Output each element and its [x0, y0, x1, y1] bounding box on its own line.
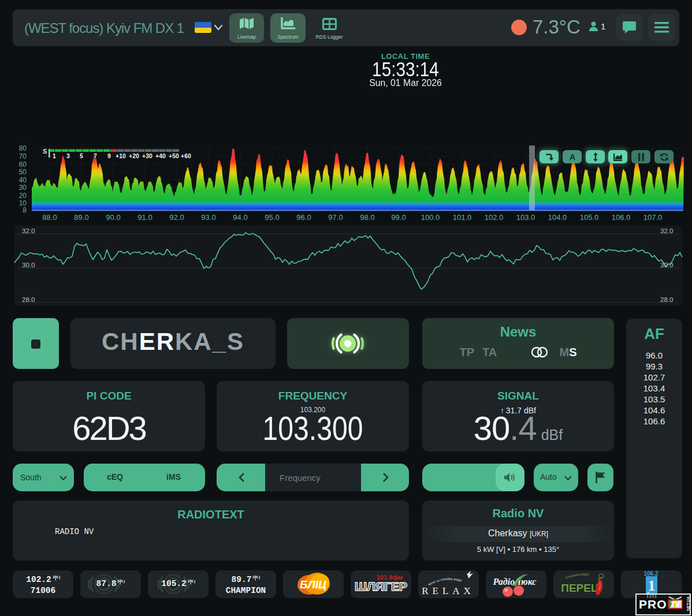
- svg-text:88.0: 88.0: [42, 213, 57, 222]
- svg-text:1: 1: [53, 152, 56, 159]
- svg-text:30: 30: [19, 184, 27, 192]
- svg-text:S: S: [43, 148, 47, 155]
- svg-text:32.0: 32.0: [660, 227, 673, 234]
- svg-text:96.0: 96.0: [296, 213, 311, 222]
- svg-text:106.2: 106.2: [643, 570, 658, 577]
- svg-text:TV: TV: [671, 600, 679, 608]
- svg-text:28.0: 28.0: [660, 296, 673, 303]
- svg-text:+40: +40: [155, 152, 166, 159]
- svg-text:32.0: 32.0: [22, 227, 35, 234]
- svg-text:40: 40: [19, 176, 27, 184]
- svg-text:8: 8: [23, 206, 27, 214]
- svg-text:+60: +60: [181, 152, 191, 159]
- svg-text:1: 1: [58, 575, 60, 580]
- svg-text:94.0: 94.0: [233, 213, 247, 222]
- svg-text:60: 60: [19, 160, 27, 169]
- svg-text:3: 3: [66, 152, 70, 159]
- svg-text:105.0: 105.0: [580, 213, 599, 222]
- svg-text:90.0: 90.0: [106, 213, 120, 222]
- svg-text:30.0: 30.0: [22, 262, 35, 268]
- svg-text:103.0: 103.0: [516, 213, 535, 222]
- svg-text:A: A: [569, 153, 575, 161]
- svg-text:7: 7: [94, 152, 97, 159]
- svg-text:106.0: 106.0: [612, 213, 631, 222]
- svg-text:101.0: 101.0: [453, 213, 472, 222]
- svg-text:70: 70: [19, 152, 27, 160]
- svg-text:107.0: 107.0: [643, 213, 663, 222]
- svg-text:1: 1: [123, 579, 125, 584]
- svg-text:98.0: 98.0: [360, 213, 374, 222]
- svg-text:93.0: 93.0: [201, 213, 215, 222]
- svg-text:91.0: 91.0: [137, 213, 152, 222]
- svg-text:92.0: 92.0: [169, 213, 184, 222]
- svg-text:RELAX: RELAX: [422, 585, 475, 596]
- svg-text:95.0: 95.0: [265, 213, 279, 222]
- svg-text:102.0: 102.0: [485, 213, 504, 222]
- svg-text:20: 20: [19, 192, 27, 200]
- svg-text:30.0: 30.0: [660, 262, 673, 268]
- svg-text:28.0: 28.0: [22, 296, 35, 303]
- svg-text:+20: +20: [129, 152, 139, 159]
- svg-text:99.0: 99.0: [391, 213, 405, 222]
- svg-text:50: 50: [19, 168, 27, 176]
- svg-text:БЛІЦ: БЛІЦ: [300, 578, 326, 591]
- svg-text:+30: +30: [142, 152, 152, 159]
- svg-text:104.0: 104.0: [548, 213, 567, 222]
- svg-text:1: 1: [258, 575, 260, 580]
- svg-text:+10: +10: [116, 152, 126, 159]
- svg-text:80: 80: [19, 144, 27, 152]
- svg-text:97.0: 97.0: [328, 213, 343, 222]
- svg-text:5: 5: [80, 152, 83, 159]
- svg-text:1: 1: [194, 579, 195, 584]
- svg-text:89.0: 89.0: [74, 213, 88, 222]
- svg-text:9: 9: [107, 152, 111, 159]
- svg-text:Стильне радіо: Стильне радіо: [565, 572, 589, 579]
- svg-text:100.0: 100.0: [421, 213, 440, 222]
- svg-text:+50: +50: [169, 152, 179, 159]
- svg-text:ПЕРЕЦ: ПЕРЕЦ: [561, 582, 599, 594]
